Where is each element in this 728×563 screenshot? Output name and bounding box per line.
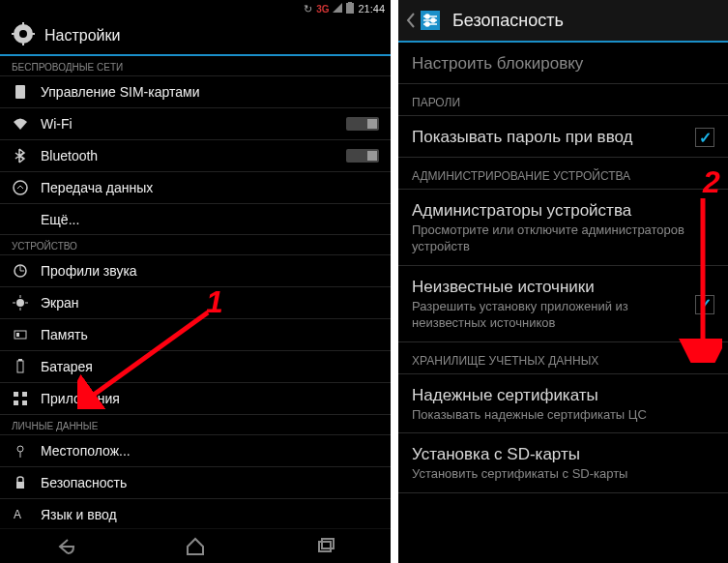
nav-bar [0,528,391,563]
svg-text:A: A [14,508,21,521]
item-trusted-credentials[interactable]: Надежные сертификаты Показывать надежные… [398,374,728,434]
device-admins-sub: Просмотрите или отключите администраторо… [412,222,714,255]
svg-rect-19 [18,359,22,361]
svg-point-3 [19,30,27,38]
device-admins-title: Администраторы устройства [412,201,714,221]
apps-label: Приложения [41,391,379,406]
install-sd-sub: Установить сертификаты с SD-карты [412,466,714,483]
svg-rect-16 [15,331,26,339]
display-icon [12,294,29,311]
section-credential-storage: ХРАНИЛИЩЕ УЧЕТНЫХ ДАННЫХ [398,342,728,374]
security-header: Безопасность [398,0,728,43]
settings-list: БЕСПРОВОДНЫЕ СЕТИ Управление SIM-картами… [0,56,391,563]
item-storage[interactable]: Память [0,319,391,351]
back-button[interactable] [406,8,443,33]
trusted-title: Надежные сертификаты [412,386,714,405]
display-label: Экран [41,295,379,311]
item-apps[interactable]: Приложения [0,383,391,415]
wifi-label: Wi-Fi [41,116,335,132]
svg-rect-8 [15,85,25,99]
item-battery[interactable]: Батарея [0,351,391,383]
settings-header: Настройки [0,17,391,56]
sync-icon: ↻ [304,3,312,15]
svg-point-24 [17,446,23,452]
item-display[interactable]: Экран [0,287,391,319]
item-language[interactable]: A Язык и ввод [0,499,391,531]
lock-icon [12,474,29,491]
unknown-sources-checkbox[interactable] [695,295,714,314]
screenshot-security: Безопасность Настроить блокировку ПАРОЛИ… [398,0,728,563]
item-security[interactable]: Безопасность [0,467,391,499]
battery-label: Батарея [41,359,379,374]
svg-point-37 [431,18,435,22]
svg-rect-20 [14,392,18,397]
storage-icon [12,326,29,343]
item-show-password[interactable]: Показывать пароль при ввод [398,116,728,158]
settings-sliders-icon [418,8,443,33]
status-clock: 21:44 [358,3,385,15]
wifi-toggle[interactable] [346,117,379,131]
data-icon [12,179,29,196]
signal-icon [333,3,342,15]
svg-rect-1 [348,2,352,3]
section-personal: ЛИЧНЫЕ ДАННЫЕ [0,415,391,435]
wifi-icon [12,115,29,133]
unknown-sources-sub: Разрешить установку приложений из неизве… [412,299,685,332]
sim-icon [12,83,29,101]
sound-label: Профили звука [41,263,379,279]
svg-rect-30 [322,539,334,548]
svg-point-38 [425,22,429,26]
storage-label: Память [41,327,379,342]
bluetooth-toggle[interactable] [346,149,379,163]
status-bar: ↻ 3G 21:44 [0,0,391,17]
network-type: 3G [316,4,329,15]
svg-rect-22 [14,400,18,405]
language-label: Язык и ввод [41,507,379,522]
battery-item-icon [12,358,29,375]
section-device: УСТРОЙСТВО [0,235,391,255]
svg-rect-29 [319,542,331,551]
nav-recent-button[interactable] [306,532,345,561]
svg-point-11 [16,299,24,307]
item-wifi[interactable]: Wi-Fi [0,108,391,140]
section-device-admin: АДМИНИСТРИРОВАНИЕ УСТРОЙСТВА [398,158,728,190]
screen-lock-label: Настроить блокировку [412,54,714,74]
item-sound-profiles[interactable]: Профили звука [0,255,391,287]
svg-rect-18 [17,361,23,372]
more-label: Ещё... [41,212,379,227]
svg-point-9 [14,181,27,194]
item-bluetooth[interactable]: Bluetooth [0,140,391,172]
svg-point-36 [425,15,429,18]
svg-rect-25 [16,482,24,489]
battery-icon [346,2,354,15]
sim-label: Управление SIM-картами [41,84,379,100]
section-wireless: БЕСПРОВОДНЫЕ СЕТИ [0,56,391,76]
bluetooth-icon [12,147,29,164]
settings-gear-icon [12,22,35,49]
item-device-admins[interactable]: Администраторы устройства Просмотрите ил… [398,190,728,266]
item-more[interactable]: Ещё... [0,204,391,235]
svg-rect-6 [12,33,15,35]
svg-rect-4 [22,22,24,26]
security-list: Настроить блокировку ПАРОЛИ Показывать п… [398,43,728,493]
settings-title: Настройки [44,27,120,44]
trusted-sub: Показывать надежные сертификаты ЦС [412,407,714,424]
item-unknown-sources[interactable]: Неизвестные источники Разрешить установк… [398,266,728,342]
show-password-checkbox[interactable] [695,128,714,147]
item-install-from-sd[interactable]: Установка с SD-карты Установить сертифик… [398,433,728,493]
item-location[interactable]: Местополож... [0,435,391,467]
language-icon: A [12,506,29,523]
svg-rect-17 [16,333,19,337]
svg-rect-5 [22,42,24,45]
svg-rect-7 [31,33,35,35]
screenshot-settings: ↻ 3G 21:44 Настройки БЕСПРОВОДНЫЕ СЕТИ У… [0,0,391,563]
sound-icon [12,262,29,280]
item-data-usage[interactable]: Передача данных [0,172,391,204]
item-screen-lock[interactable]: Настроить блокировку [398,43,728,84]
item-sim-management[interactable]: Управление SIM-картами [0,76,391,108]
unknown-sources-title: Неизвестные источники [412,278,685,297]
nav-home-button[interactable] [176,532,215,561]
svg-rect-23 [22,400,27,405]
apps-icon [12,390,29,407]
nav-back-button[interactable] [45,532,84,561]
